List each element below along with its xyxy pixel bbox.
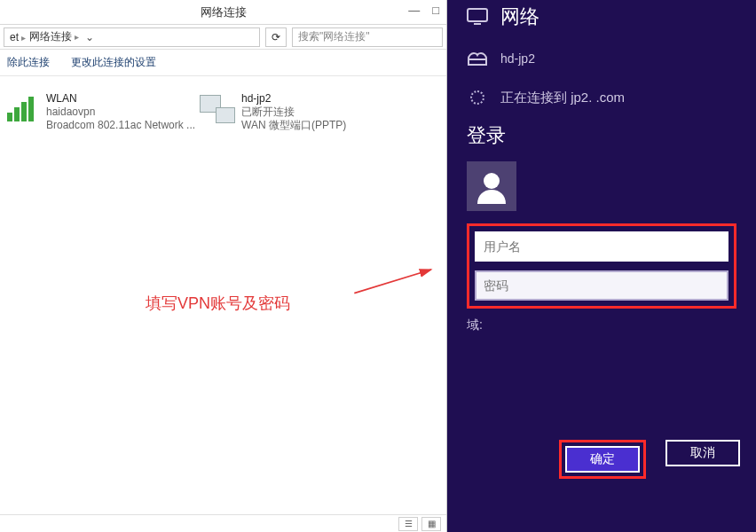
svg-rect-2 (474, 23, 481, 25)
adapter-list: WLAN haidaovpn Broadcom 802.11ac Network… (0, 76, 446, 532)
password-field[interactable] (475, 270, 728, 301)
adapter-name: hd-jp2 (241, 92, 346, 106)
credentials-highlight (467, 223, 736, 309)
breadcrumb-item[interactable]: et (10, 31, 26, 43)
network-item[interactable]: hd-jp2 (447, 39, 756, 78)
connection-settings-button[interactable]: 更改此连接的设置 (71, 55, 156, 70)
user-icon (474, 168, 509, 204)
address-bar: et 网络连接 ⌄ ⟳ 搜索"网络连接" (0, 25, 446, 50)
connecting-status: 正在连接到 jp2. .com (447, 78, 756, 117)
adapter-status: 已断开连接 (241, 106, 346, 119)
adapter-name: WLAN (46, 92, 195, 106)
refresh-button[interactable]: ⟳ (265, 27, 287, 47)
adapter-device: Broadcom 802.11ac Network ... (46, 119, 195, 132)
svg-point-4 (484, 173, 500, 189)
login-section: 登录 域: (447, 117, 756, 333)
network-charms-panel: 网络 hd-jp2 正在连接到 jp2. .com 登录 (447, 0, 756, 532)
maximize-button[interactable]: □ (432, 4, 439, 17)
panel-header-label: 网络 (500, 4, 539, 30)
window-title: 网络连接 (201, 4, 247, 20)
wifi-icon (4, 92, 41, 126)
adapter-item-wlan[interactable]: WLAN haidaovpn Broadcom 802.11ac Network… (4, 92, 195, 132)
spinner-icon (467, 87, 488, 108)
avatar (467, 161, 516, 211)
vpn-icon (199, 92, 236, 126)
command-bar: 除此连接 更改此连接的设置 (0, 50, 446, 76)
panel-header: 网络 (447, 0, 756, 39)
vpn-connection-icon (467, 48, 488, 69)
breadcrumb[interactable]: et 网络连接 ⌄ (4, 27, 260, 47)
login-title: 登录 (467, 122, 736, 149)
domain-label: 域: (467, 317, 736, 333)
view-details-button[interactable]: ☰ (398, 517, 418, 531)
search-input[interactable]: 搜索"网络连接" (292, 27, 443, 47)
ok-button[interactable]: 确定 (565, 446, 640, 473)
window-titlebar: 网络连接 — □ (0, 0, 446, 25)
chevron-down-icon[interactable]: ⌄ (83, 31, 97, 43)
network-item-label: hd-jp2 (500, 51, 535, 66)
ok-button-highlight: 确定 (559, 440, 646, 479)
status-bar: ☰ ▦ (0, 514, 446, 532)
svg-rect-1 (468, 9, 487, 21)
adapter-status: haidaovpn (46, 106, 195, 119)
refresh-icon: ⟳ (272, 31, 280, 43)
network-connections-window: 网络连接 — □ et 网络连接 ⌄ ⟳ 搜索"网络连接" 除此连接 更改此连接… (0, 0, 447, 532)
monitor-icon (467, 6, 488, 27)
adapter-device: WAN 微型端口(PPTP) (241, 119, 346, 132)
adapter-item-vpn[interactable]: hd-jp2 已断开连接 WAN 微型端口(PPTP) (199, 92, 346, 132)
delete-connection-button[interactable]: 除此连接 (7, 55, 50, 70)
svg-rect-3 (469, 59, 486, 65)
breadcrumb-item[interactable]: 网络连接 (29, 29, 79, 44)
cancel-button[interactable]: 取消 (665, 440, 740, 466)
connecting-status-text: 正在连接到 jp2. .com (500, 90, 625, 106)
view-icons-button[interactable]: ▦ (421, 517, 441, 531)
search-placeholder: 搜索"网络连接" (298, 29, 370, 44)
username-field[interactable] (475, 231, 728, 262)
minimize-button[interactable]: — (408, 4, 420, 17)
dialog-buttons: 确定 取消 (559, 440, 740, 479)
